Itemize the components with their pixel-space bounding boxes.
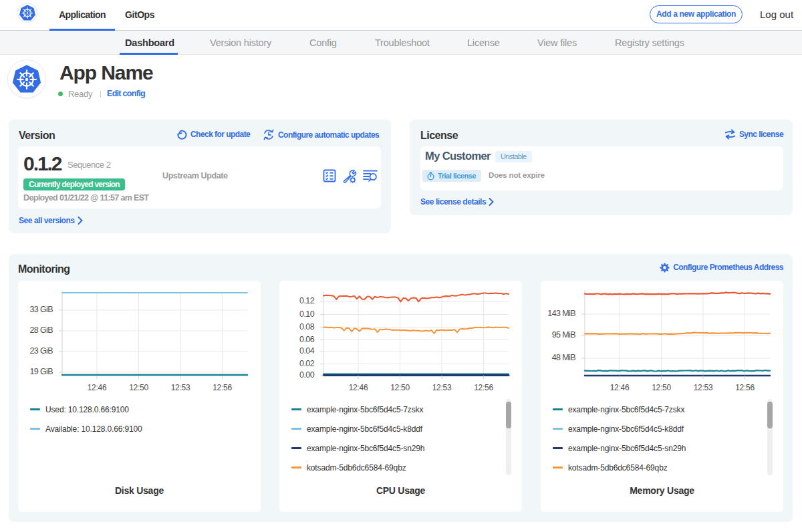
- svg-text:48 MiB: 48 MiB: [552, 353, 576, 362]
- svg-text:0.02: 0.02: [299, 359, 315, 368]
- svg-text:0.08: 0.08: [299, 322, 315, 331]
- svg-text:12:46: 12:46: [610, 383, 630, 392]
- svg-text:12:53: 12:53: [432, 383, 452, 392]
- svg-text:33 GiB: 33 GiB: [29, 305, 53, 314]
- svg-text:12:50: 12:50: [390, 383, 410, 392]
- svg-text:28 GiB: 28 GiB: [29, 325, 53, 335]
- svg-text:12:50: 12:50: [652, 383, 671, 392]
- svg-text:95 MiB: 95 MiB: [552, 330, 576, 340]
- svg-text:12:56: 12:56: [213, 383, 232, 392]
- svg-text:0.10: 0.10: [299, 309, 315, 319]
- svg-text:0.00: 0.00: [299, 370, 315, 380]
- svg-text:12:56: 12:56: [735, 383, 755, 392]
- svg-text:12:46: 12:46: [88, 383, 107, 392]
- svg-text:143 MiB: 143 MiB: [547, 309, 575, 318]
- svg-text:0.06: 0.06: [299, 335, 315, 344]
- svg-text:23 GiB: 23 GiB: [29, 346, 53, 356]
- svg-text:12:50: 12:50: [129, 383, 148, 392]
- svg-text:12:56: 12:56: [474, 383, 493, 392]
- svg-text:12:53: 12:53: [171, 383, 190, 392]
- svg-text:12:53: 12:53: [694, 383, 713, 392]
- svg-text:0.04: 0.04: [299, 346, 315, 356]
- svg-text:19 GiB: 19 GiB: [29, 367, 53, 376]
- svg-text:0.12: 0.12: [299, 296, 315, 305]
- svg-text:12:46: 12:46: [349, 383, 368, 392]
